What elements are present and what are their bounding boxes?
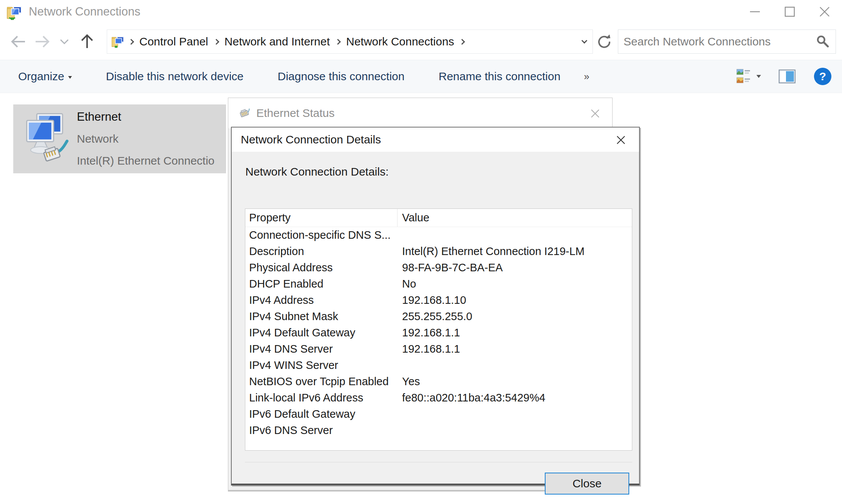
breadcrumb-chevron-icon[interactable] — [214, 39, 220, 45]
close-button[interactable]: Close — [545, 473, 629, 495]
table-row[interactable]: IPv4 WINS Server — [245, 357, 632, 373]
navigation-bar: Control Panel Network and Internet Netwo… — [0, 23, 842, 60]
value-cell: 192.168.1.1 — [398, 343, 632, 355]
table-row[interactable]: IPv4 Default Gateway 192.168.1.1 — [245, 325, 632, 341]
details-dialog-title: Network Connection Details — [241, 133, 381, 146]
ethernet-status-titlebar[interactable]: Ethernet Status — [228, 98, 612, 128]
table-row[interactable]: DHCP Enabled No — [245, 276, 632, 292]
network-folder-icon — [6, 3, 24, 22]
refresh-button[interactable] — [594, 30, 614, 54]
diagnose-connection-button[interactable]: Diagnose this connection — [278, 70, 404, 83]
value-cell: 255.255.255.0 — [398, 310, 632, 323]
connection-name: Ethernet — [77, 106, 215, 128]
value-column-header[interactable]: Value — [402, 212, 429, 224]
footer-divider — [245, 462, 632, 462]
back-arrow-icon — [9, 33, 27, 50]
details-table[interactable]: Property Value Connection-specific DNS S… — [245, 208, 632, 451]
organize-caret-icon — [68, 76, 72, 79]
views-caret-icon — [756, 75, 761, 78]
property-cell: IPv4 WINS Server — [245, 359, 398, 372]
table-row[interactable]: IPv4 Subnet Mask 255.255.255.0 — [245, 308, 632, 325]
recent-locations-button[interactable] — [55, 38, 74, 45]
property-cell: Description — [245, 245, 398, 258]
connection-device: Intel(R) Ethernet Connectio — [77, 150, 215, 172]
property-cell: Link-local IPv6 Address — [245, 392, 398, 404]
property-column-header[interactable]: Property — [249, 212, 291, 224]
organize-label: Organize — [18, 70, 64, 82]
preview-pane-icon[interactable] — [778, 69, 796, 84]
value-cell: No — [398, 278, 632, 290]
up-button[interactable] — [74, 33, 100, 50]
network-connections-window: Network Connections — [0, 0, 842, 504]
views-icon — [734, 67, 753, 86]
rename-connection-button[interactable]: Rename this connection — [438, 70, 560, 83]
refresh-icon — [596, 34, 612, 50]
close-window-button[interactable] — [807, 0, 842, 23]
table-row[interactable]: IPv4 Address 192.168.1.10 — [245, 292, 632, 308]
address-location-icon — [111, 34, 126, 49]
property-cell: NetBIOS over Tcpip Enabled — [245, 375, 398, 388]
ethernet-connection-item[interactable]: Ethernet Network Intel(R) Ethernet Conne… — [13, 104, 226, 173]
value-cell: 192.168.1.10 — [398, 294, 632, 306]
table-row[interactable]: IPv6 DNS Server — [245, 422, 632, 439]
value-cell: Yes — [398, 375, 632, 388]
help-icon: ? — [819, 70, 826, 83]
connection-network: Network — [77, 128, 215, 150]
breadcrumb-control-panel[interactable]: Control Panel — [139, 35, 208, 48]
breadcrumb-chevron-icon[interactable] — [128, 39, 134, 45]
change-view-button[interactable] — [734, 67, 761, 86]
table-row[interactable]: Link-local IPv6 Address fe80::a020:11ba:… — [245, 390, 632, 406]
address-dropdown-icon[interactable] — [582, 37, 588, 44]
forward-button[interactable] — [30, 33, 55, 50]
minimize-button[interactable] — [738, 0, 772, 23]
table-row[interactable]: IPv4 DNS Server 192.168.1.1 — [245, 341, 632, 357]
property-cell: IPv4 Address — [245, 294, 398, 306]
maximize-icon — [784, 6, 795, 17]
window-title: Network Connections — [29, 5, 140, 19]
maximize-button[interactable] — [772, 0, 807, 23]
close-icon — [589, 108, 601, 119]
breadcrumb-network-connections[interactable]: Network Connections — [346, 35, 454, 48]
ethernet-status-close-button[interactable] — [586, 105, 604, 122]
search-icon[interactable] — [816, 34, 830, 49]
details-dialog-titlebar[interactable]: Network Connection Details — [232, 128, 639, 152]
back-button[interactable] — [6, 33, 30, 50]
search-box[interactable] — [618, 30, 836, 54]
details-table-rows: Connection-specific DNS S... Description… — [245, 227, 632, 439]
table-row[interactable]: Connection-specific DNS S... — [245, 227, 632, 243]
value-cell: 98-FA-9B-7C-BA-EA — [398, 261, 632, 274]
disable-device-button[interactable]: Disable this network device — [106, 70, 244, 83]
value-cell: 192.168.1.1 — [398, 327, 632, 339]
property-cell: Connection-specific DNS S... — [245, 229, 398, 241]
table-row[interactable]: Physical Address 98-FA-9B-7C-BA-EA — [245, 260, 632, 276]
details-dialog-close-button[interactable] — [612, 131, 630, 149]
value-cell: fe80::a020:11ba:4a3:5429%4 — [398, 392, 632, 404]
command-toolbar: Organize Disable this network device Dia… — [0, 60, 842, 93]
address-bar[interactable]: Control Panel Network and Internet Netwo… — [107, 30, 593, 54]
ethernet-plug-icon — [238, 108, 251, 118]
organize-menu[interactable]: Organize — [18, 70, 72, 83]
window-titlebar: Network Connections — [0, 0, 842, 23]
toolbar-overflow-button[interactable]: » — [584, 71, 589, 82]
chevron-down-icon — [59, 38, 69, 45]
property-cell: DHCP Enabled — [245, 278, 398, 290]
close-icon — [615, 134, 627, 146]
property-cell: IPv4 Subnet Mask — [245, 310, 398, 323]
close-icon — [819, 6, 830, 17]
breadcrumb-chevron-icon[interactable] — [459, 39, 465, 45]
details-table-header: Property Value — [245, 209, 632, 227]
network-connection-details-dialog: Network Connection Details Network Conne… — [231, 127, 640, 485]
property-cell: IPv4 Default Gateway — [245, 327, 398, 339]
property-cell: IPv4 DNS Server — [245, 343, 398, 355]
search-input[interactable] — [624, 35, 816, 48]
value-cell: Intel(R) Ethernet Connection I219-LM — [398, 245, 632, 258]
breadcrumb-network-and-internet[interactable]: Network and Internet — [225, 35, 330, 48]
table-row[interactable]: NetBIOS over Tcpip Enabled Yes — [245, 373, 632, 390]
up-arrow-icon — [78, 33, 96, 50]
help-button[interactable]: ? — [814, 68, 831, 85]
breadcrumb-chevron-icon[interactable] — [335, 39, 341, 45]
table-row[interactable]: Description Intel(R) Ethernet Connection… — [245, 243, 632, 260]
details-label: Network Connection Details: — [245, 165, 389, 178]
table-row[interactable]: IPv6 Default Gateway — [245, 406, 632, 422]
ethernet-adapter-icon — [16, 110, 69, 167]
